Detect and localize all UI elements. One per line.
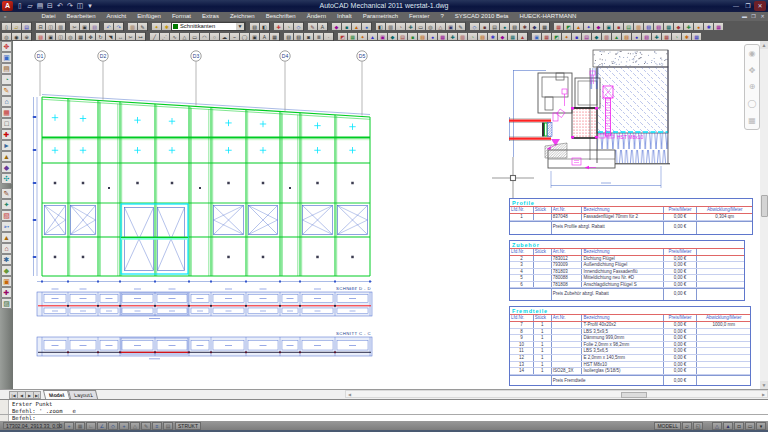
- palette-5-icon[interactable]: ✎: [1, 85, 12, 96]
- sys-17-icon[interactable]: ▦: [713, 22, 723, 31]
- scroll-down-icon[interactable]: ▼: [760, 381, 768, 389]
- multiline-icon[interactable]: ≣: [313, 32, 323, 41]
- copy-icon[interactable]: ▣: [45, 32, 55, 41]
- tool-k-icon[interactable]: ▥: [385, 22, 395, 31]
- layer-properties-icon[interactable]: ✦: [151, 22, 161, 31]
- arc-icon[interactable]: ◠: [199, 32, 209, 41]
- doc-close-icon[interactable]: ✕: [758, 12, 767, 21]
- sys3-10-icon[interactable]: ▧: [621, 32, 631, 41]
- menu-inhalt[interactable]: Inhalt: [332, 12, 358, 21]
- region-icon[interactable]: ◙: [303, 32, 313, 41]
- properties-icon[interactable]: ◧: [259, 22, 269, 31]
- sys2-18-icon[interactable]: ▦: [507, 32, 517, 41]
- point-icon[interactable]: ·: [323, 32, 333, 41]
- sys3-9-icon[interactable]: ▲: [611, 32, 621, 41]
- match-props-icon[interactable]: ▨: [249, 22, 259, 31]
- tool-j-icon[interactable]: ◧: [375, 22, 385, 31]
- showmotion-icon[interactable]: ▦: [748, 116, 756, 125]
- menu--ndern[interactable]: Ändern: [301, 12, 331, 21]
- tab-layout1[interactable]: Layout1: [68, 390, 99, 399]
- sys2-12-icon[interactable]: ✚: [447, 32, 457, 41]
- palette-10-icon[interactable]: ►: [1, 140, 12, 151]
- sys3-8-icon[interactable]: ▥: [601, 32, 611, 41]
- menu-zeichnen[interactable]: Zeichnen: [224, 12, 260, 21]
- sys2-3-icon[interactable]: ✦: [357, 32, 367, 41]
- sys-11-icon[interactable]: ▨: [653, 22, 663, 31]
- polygon-icon[interactable]: △: [179, 32, 189, 41]
- sys-16-icon[interactable]: ✱: [703, 22, 713, 31]
- zoom-icon[interactable]: ⊕: [749, 82, 756, 91]
- sys-3-icon[interactable]: ▲: [573, 22, 583, 31]
- tab-nav-first[interactable]: |◀: [9, 391, 17, 399]
- maximize-vp-icon[interactable]: ◱: [693, 422, 703, 430]
- ducs-icon[interactable]: △: [130, 422, 140, 430]
- scroll-up-icon[interactable]: ▲: [760, 41, 768, 49]
- sys3-6-icon[interactable]: ▤: [581, 32, 591, 41]
- plot-icon[interactable]: ⊟: [35, 22, 45, 31]
- menu-einf-gen[interactable]: Einfügen: [132, 12, 167, 21]
- sys3-17-icon[interactable]: ▦: [691, 32, 701, 41]
- palette-19-icon[interactable]: ⌂: [1, 243, 12, 254]
- palette-12-icon[interactable]: ◆: [1, 162, 12, 173]
- palette-21-icon[interactable]: ◆: [1, 265, 12, 276]
- sys-13-icon[interactable]: ◆: [673, 22, 683, 31]
- palette-20-icon[interactable]: ✱: [1, 254, 12, 265]
- palette-8-icon[interactable]: □: [1, 118, 12, 129]
- tool-m-icon[interactable]: ✚: [405, 22, 415, 31]
- trim-icon[interactable]: ✂: [125, 32, 135, 41]
- sys3-13-icon[interactable]: ✚: [651, 32, 661, 41]
- ortho-icon[interactable]: ∟: [86, 422, 96, 430]
- sys2-5-icon[interactable]: ▣: [377, 32, 387, 41]
- snap-icon[interactable]: +: [64, 422, 74, 430]
- sys2-15-icon[interactable]: ▨: [477, 32, 487, 41]
- tool-p-icon[interactable]: △: [435, 22, 445, 31]
- vscroll-thumb[interactable]: [761, 195, 768, 217]
- xline-icon[interactable]: ⋰: [159, 32, 169, 41]
- move-icon[interactable]: ✥: [85, 32, 95, 41]
- sys2-7-icon[interactable]: ▤: [397, 32, 407, 41]
- sheetset-icon[interactable]: ▥: [127, 22, 137, 31]
- sys3-2-icon[interactable]: ▦: [541, 32, 551, 41]
- layer-combo-arrow[interactable]: ▼: [236, 23, 244, 30]
- menu-bearbeiten[interactable]: Bearbeiten: [61, 12, 101, 21]
- tool-e-icon[interactable]: A: [317, 22, 327, 31]
- tool-a-icon[interactable]: ✚: [273, 22, 283, 31]
- tool-o-icon[interactable]: ◎: [425, 22, 435, 31]
- menu-datei[interactable]: Datei: [36, 12, 61, 21]
- sys3-12-icon[interactable]: ▨: [641, 32, 651, 41]
- clean-icon[interactable]: ▭: [745, 422, 755, 430]
- circle-icon[interactable]: ○: [209, 32, 219, 41]
- array-icon[interactable]: ▦: [75, 32, 85, 41]
- tool-h-icon[interactable]: ▲: [351, 22, 361, 31]
- sys-9-icon[interactable]: ▥: [633, 22, 643, 31]
- sys-4-icon[interactable]: ✦: [583, 22, 593, 31]
- palette-6-icon[interactable]: ⌂: [1, 96, 12, 107]
- redo-icon[interactable]: ↷: [113, 22, 123, 31]
- table-icon[interactable]: ▦: [269, 32, 279, 41]
- palette-9-icon[interactable]: ✚: [1, 129, 12, 140]
- sys-14-icon[interactable]: ✚: [683, 22, 693, 31]
- palette-3-icon[interactable]: ▤: [1, 63, 12, 74]
- sys2-11-icon[interactable]: ▩: [437, 32, 447, 41]
- ellipse-icon[interactable]: ◯: [239, 32, 249, 41]
- plot-preview-icon[interactable]: ◫: [45, 22, 55, 31]
- qp-icon[interactable]: ▤: [163, 422, 173, 430]
- strukt-button[interactable]: STRUKT: [175, 422, 201, 430]
- sys3-7-icon[interactable]: ◆: [591, 32, 601, 41]
- palette-11-icon[interactable]: ▲: [1, 151, 12, 162]
- extend-icon[interactable]: ↦: [135, 32, 145, 41]
- sys-10-icon[interactable]: ▧: [643, 22, 653, 31]
- sys2-13-icon[interactable]: ▥: [457, 32, 467, 41]
- pan-icon[interactable]: ✥: [749, 66, 756, 75]
- menu-extras[interactable]: Extras: [196, 12, 224, 21]
- tab-model[interactable]: Model: [43, 390, 70, 399]
- line-icon[interactable]: ╱: [149, 32, 159, 41]
- publish-icon[interactable]: ▥: [55, 22, 65, 31]
- menu--[interactable]: ?: [435, 12, 449, 21]
- sys2-4-icon[interactable]: ▲: [367, 32, 377, 41]
- tool-g-icon[interactable]: ■: [341, 22, 351, 31]
- scale-icon[interactable]: ◥: [105, 32, 115, 41]
- tool-b-icon[interactable]: ◔: [283, 22, 293, 31]
- erase-icon[interactable]: ▨: [35, 32, 45, 41]
- lwt-icon[interactable]: ≡: [152, 422, 162, 430]
